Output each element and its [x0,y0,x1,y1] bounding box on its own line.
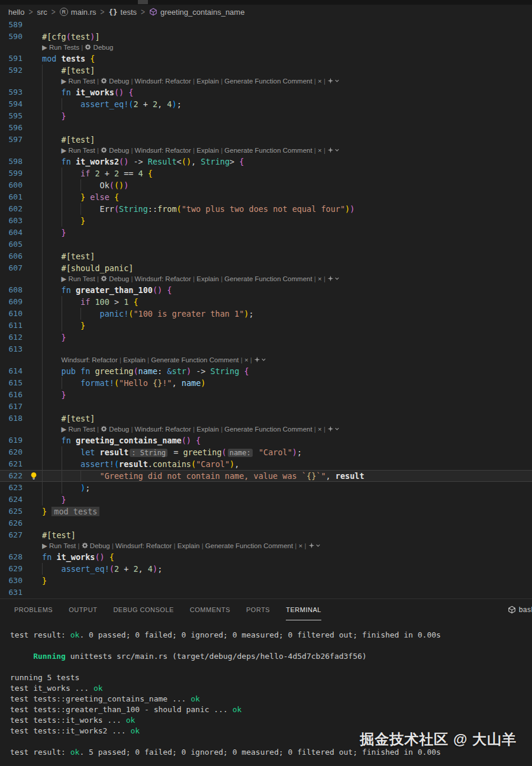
codelens-item[interactable]: Windsurf: Refactor [135,147,191,154]
codelens-run-test[interactable]: ▶ Run Tests [42,44,79,51]
codelens-ai-menu[interactable] [327,426,340,433]
code-line[interactable]: 602Err(String::from("two plus two does n… [0,203,532,215]
codelens-close[interactable]: × [244,356,249,363]
line-number[interactable]: 602 [0,203,22,215]
line-number[interactable]: 611 [0,320,22,331]
codelens-ai-menu[interactable] [327,275,340,282]
code-line[interactable]: 618#[test] [0,413,532,424]
code-line[interactable]: 614pub fn greeting(name: &str) -> String… [0,365,532,377]
tab-problems[interactable]: PROBLEMS [14,599,53,620]
code-line[interactable]: 629assert_eq!(2 + 2, 4); [0,563,532,575]
code-line[interactable]: 630} [0,575,532,587]
line-number[interactable]: 625 [0,506,22,517]
breadcrumb-item-main-rs[interactable]: Rmain.rs [60,8,96,17]
code-line[interactable]: 613 [0,343,532,355]
line-number[interactable]: 610 [0,308,22,320]
code-line[interactable]: 590#[cfg(test)] [0,31,532,43]
line-number[interactable]: 619 [0,435,22,446]
codelens-debug[interactable]: Debug [101,426,129,433]
code-line[interactable]: 617 [0,401,532,413]
code-line[interactable]: 620let result: String = greeting(name: "… [0,446,532,458]
tab-debug-console[interactable]: DEBUG CONSOLE [113,599,173,620]
codelens-item[interactable]: Windsurf: Refactor [135,275,191,282]
code-line[interactable]: 601} else { [0,191,532,203]
tab-terminal[interactable]: TERMINAL [286,599,321,620]
codelens-run-test[interactable]: ▶ Run Test [42,542,76,549]
code-line[interactable]: 604} [0,227,532,239]
codelens-item[interactable]: Windsurf: Refactor [115,542,172,549]
line-number[interactable]: 591 [0,53,22,65]
codelens-debug[interactable]: Debug [82,542,110,549]
code-line[interactable]: 626 [0,517,532,529]
codelens-ai-menu[interactable] [327,78,340,85]
code-line[interactable]: 598fn it_works2() -> Result<(), String> … [0,156,532,168]
code-editor[interactable]: 589590#[cfg(test)]▶ Run Tests | Debug591… [0,19,532,598]
code-line[interactable]: 622"Greeting did not contain name, value… [0,470,532,482]
code-line[interactable]: 610panic!("100 is greater than 1"); [0,308,532,320]
code-line[interactable]: 623); [0,482,532,494]
code-line[interactable]: 607#[should_panic] [0,262,532,274]
line-number[interactable]: 606 [0,250,22,262]
codelens-item[interactable]: Explain [123,356,146,363]
line-number[interactable]: 608 [0,284,22,296]
line-number[interactable]: 627 [0,529,22,541]
line-number[interactable]: 616 [0,389,22,401]
codelens-item[interactable]: Generate Function Comment [151,356,238,363]
codelens-ai-menu[interactable] [327,147,340,154]
codelens-item[interactable]: Generate Function Comment [224,275,312,282]
line-number[interactable]: 628 [0,551,22,563]
code-line[interactable]: 609if 100 > 1 { [0,296,532,308]
line-number[interactable]: 593 [0,86,22,98]
line-number[interactable]: 622 [0,470,22,482]
line-number[interactable]: 599 [0,168,22,179]
codelens-debug[interactable]: Debug [101,78,129,85]
codelens-run-test[interactable]: ▶ Run Test [62,147,95,154]
codelens-debug[interactable]: Debug [101,147,129,154]
line-number[interactable]: 609 [0,296,22,308]
codelens-item[interactable]: Generate Function Comment [205,542,293,549]
line-number[interactable]: 595 [0,110,22,122]
codelens-debug[interactable]: Debug [85,44,113,51]
code-line[interactable]: 606#[test] [0,250,532,262]
breadcrumb-item-greeting_contains_name[interactable]: greeting_contains_name [149,8,244,17]
line-number[interactable]: 630 [0,575,22,587]
code-line[interactable]: 608fn greater_than_100() { [0,284,532,296]
codelens-item[interactable]: Explain [178,542,200,549]
line-number[interactable]: 600 [0,179,22,191]
codelens-item[interactable]: Explain [196,275,219,282]
code-line[interactable]: 589 [0,19,532,31]
codelens-item[interactable]: Windsurf: Refactor [135,78,191,85]
codelens-run-test[interactable]: ▶ Run Test [62,426,95,433]
line-number[interactable]: 624 [0,494,22,506]
code-line[interactable]: 624} [0,494,532,506]
breadcrumb-item-src[interactable]: src [37,8,47,17]
code-line[interactable]: 603} [0,215,532,227]
line-number[interactable]: 629 [0,563,22,575]
codelens-debug[interactable]: Debug [101,275,129,282]
code-line[interactable]: 631 [0,587,532,598]
codelens-close[interactable]: × [318,78,322,85]
code-line[interactable]: 596 [0,122,532,134]
codelens-item[interactable]: Explain [196,78,219,85]
line-number[interactable]: 623 [0,482,22,494]
codelens-close[interactable]: × [318,275,322,282]
line-number[interactable]: 592 [0,65,22,76]
codelens-item[interactable]: Generate Function Comment [224,426,312,433]
line-number[interactable]: 620 [0,446,22,458]
code-line[interactable]: 611} [0,320,532,331]
codelens-item[interactable]: Windsurf: Refactor [135,426,191,433]
line-number[interactable]: 626 [0,517,22,529]
codelens-run-test[interactable]: ▶ Run Test [62,275,95,282]
codelens-item[interactable]: Windsurf: Refactor [62,356,118,363]
code-line[interactable]: 625} mod tests [0,506,532,517]
code-line[interactable]: 612} [0,331,532,343]
terminal-shell-item[interactable]: bash - [508,599,532,620]
line-number[interactable]: 598 [0,156,22,168]
code-line[interactable]: 594assert_eq!(2 + 2, 4); [0,98,532,110]
breadcrumb-item-tests[interactable]: {}tests [108,8,137,17]
codelens-item[interactable]: Explain [196,426,219,433]
codelens-item[interactable]: Generate Function Comment [224,78,312,85]
line-number[interactable]: 617 [0,401,22,413]
code-line[interactable]: 599if 2 + 2 == 4 { [0,168,532,179]
line-number[interactable]: 612 [0,331,22,343]
